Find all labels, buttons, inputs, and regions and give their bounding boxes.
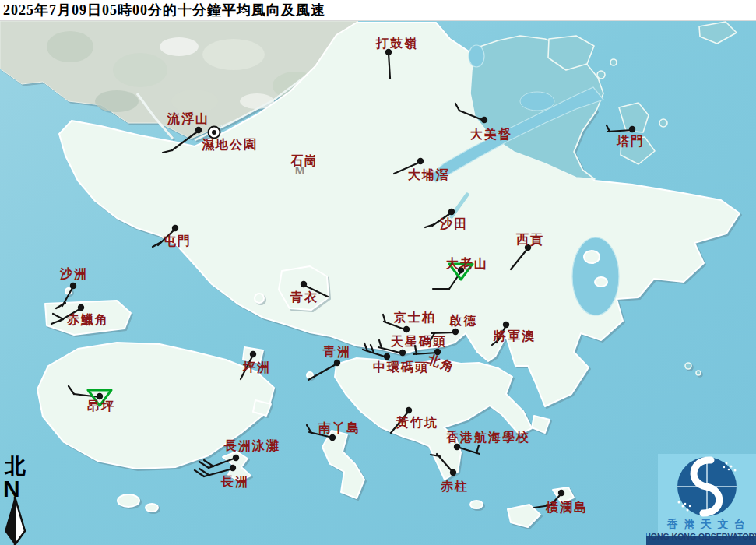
compass-cn-label: 北 [4,455,26,478]
station-dot[interactable] [454,444,460,450]
station-dot[interactable] [78,304,84,311]
hko-logo-graphic: 香 港 天 文 台 HONG KONG OBSERVATORY [646,454,756,545]
station-label[interactable]: 大老山 [446,257,488,270]
station-label[interactable]: 大埔滘 [408,167,450,181]
station-label[interactable]: 啟德 [448,314,477,327]
station-label[interactable]: 大美督 [470,127,512,141]
map-title: 2025年7月09日05時00分的十分鐘平均風向及風速 [3,1,325,19]
station-label[interactable]: 青洲 [322,345,351,358]
station-dot[interactable] [450,469,456,476]
station-dot[interactable] [250,351,256,357]
station-dot[interactable] [448,209,455,215]
station-dot[interactable] [70,283,76,289]
kau-sai-chau [584,251,600,263]
station-label[interactable]: 香港航海學校 [445,430,530,444]
station-label[interactable]: 屯門 [163,234,192,248]
station-label[interactable]: 塔門 [616,135,645,148]
station-label[interactable]: 沙洲 [59,267,88,280]
station-label[interactable]: 石崗 [290,154,318,167]
hong-kong-map: 打鼓嶺流浮山濕地公園M石崗大美督塔門大埔滘沙田西貢大老山屯門沙洲赤鱲角青衣京士柏… [0,0,756,545]
station-label[interactable]: 長洲 [220,475,249,488]
station-dot[interactable] [629,126,635,132]
station-label[interactable]: 青衣 [290,290,318,304]
station-label[interactable]: 西貢 [515,233,544,247]
station-label[interactable]: 天星碼頭 [390,335,447,349]
station-dot[interactable] [406,407,412,413]
station-dot[interactable] [452,329,459,335]
station-label[interactable]: 坪洲 [242,360,271,374]
port-shelter [572,237,619,315]
station-label[interactable]: 流浮山 [167,111,209,125]
station-dot[interactable] [97,393,103,399]
station-label[interactable]: 黃竹坑 [396,416,438,429]
hko-name-en: HONG KONG OBSERVATORY [646,532,756,541]
station-label[interactable]: 濕地公園 [201,138,258,152]
station-label[interactable]: 打鼓嶺 [375,37,418,50]
station-dot[interactable] [399,350,406,356]
station-dot[interactable] [334,360,340,366]
wind-map-app: 打鼓嶺流浮山濕地公園M石崗大美督塔門大埔滘沙田西貢大老山屯門沙洲赤鱲角青衣京士柏… [0,0,756,545]
station-dot[interactable] [230,465,236,471]
station-label[interactable]: 中環碼頭 [373,360,429,374]
station-dot[interactable] [301,281,307,287]
station-label[interactable]: 赤柱 [440,480,469,493]
compass-en-label: N [3,476,20,501]
station-label[interactable]: 京士柏 [393,310,436,324]
station-label[interactable]: 沙田 [439,217,468,230]
station-dot[interactable] [329,434,336,441]
station-dot[interactable] [417,158,424,164]
station-dot[interactable] [481,117,487,123]
hko-name-cn: 香 港 天 文 台 [666,518,747,530]
station-dot[interactable] [385,49,392,55]
station-label[interactable]: 昂坪 [87,399,115,413]
station-dot[interactable] [503,322,509,328]
calm-marker-inner [212,130,216,135]
map-title-bar: 2025年7月09日05時00分的十分鐘平均風向及風速 [0,0,756,21]
sharp-island [595,277,607,287]
station-dot[interactable] [195,127,202,133]
station-dot[interactable] [172,225,178,231]
station-label[interactable]: 橫瀾島 [545,501,588,514]
station-dot[interactable] [384,353,390,360]
station-label[interactable]: 南丫島 [318,421,360,434]
station-dot[interactable] [403,326,410,332]
station-label[interactable]: 赤鱲角 [66,313,109,326]
station-label[interactable]: 將軍澳 [493,329,536,343]
station-label[interactable]: 長洲泳灘 [223,438,280,452]
station-dot[interactable] [558,490,564,496]
hko-logo: 香 港 天 文 台 HONG KONG OBSERVATORY [646,454,756,545]
starling-inlet [469,45,484,67]
station-dot[interactable] [233,455,239,461]
